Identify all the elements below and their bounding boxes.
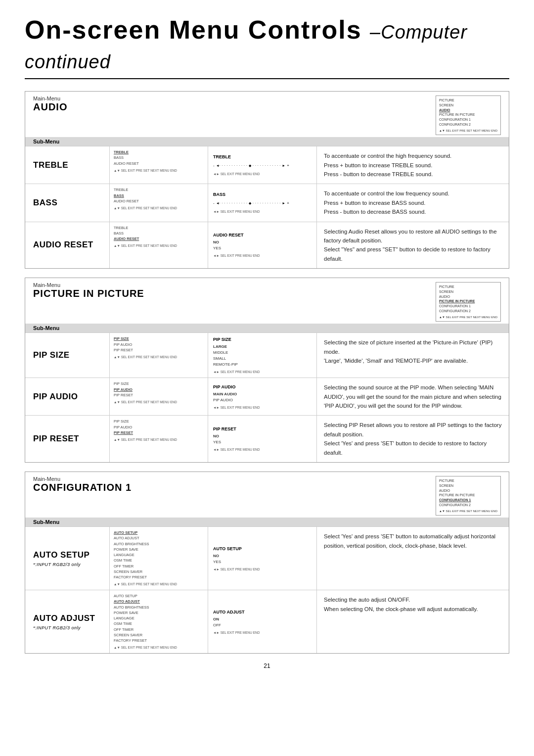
main-menu-label: Main-Menu [33,95,67,101]
main-menu-title: CONFIGURATION 1 [33,482,132,493]
nav-panel-item: PICTURE IN PICTURE [439,493,497,498]
display-list-item: REMOTE-PIP [213,362,312,368]
desc-text: 'Large', 'Middle', 'Small' and 'REMOTE-P… [324,358,468,364]
display-list-item: NO [213,239,312,245]
display-nav-hint: ◄► SEL EXIT PRE MENU END [213,210,312,213]
submenu-nav-hint: ▲▼ SEL EXIT PRE SET NEXT MENU END [114,206,204,211]
submenu-nav-hint: ▲▼ SEL EXIT PRE SET NEXT MENU END [114,168,204,173]
submenu-item: OFF TIMER [114,564,204,569]
desc-text: Press + button to increase BASS sound. [324,200,426,206]
submenu-bar: Sub-Menu [25,324,509,332]
col-display: PIP RESETNOYES◄► SEL EXIT PRE MENU END [208,416,317,462]
submenu-item: PIP RESET [114,347,204,353]
submenu-item: BASS [114,193,204,198]
display-nav-hint: ◄► SEL EXIT PRE MENU END [213,631,312,634]
display-list-item: YES [213,439,312,445]
section-audio: Main-Menu AUDIOPICTURESCREENAUDIOPICTURE… [25,91,509,269]
nav-panel-item: CONFIGURATION 1 [439,304,497,309]
nav-panel-item: PICTURE [439,284,497,289]
display-title: AUTO SETUP [213,546,312,551]
submenu-item: OFF TIMER [114,627,204,632]
submenu-bar: Sub-Menu [25,137,509,146]
slider-plus: + [287,201,289,205]
slider: - ◄············◆············► + [213,201,312,205]
page-title: On-screen Menu Controls –Computer contin… [25,15,509,79]
nav-panel-item: AUDIO [439,294,497,299]
row-label: TREBLE [25,146,109,184]
desc-text: Selecting the sound source at the PIP mo… [324,384,501,409]
display-list-item: MAIN AUDIO [213,391,312,397]
display-list-item: SMALL [213,356,312,362]
nav-hint: ▲▼ SEL EXIT PRE SET NEXT MENU END [439,129,497,133]
submenu-item: AUTO BRIGHTNESS [114,541,204,547]
slider-minus: - [213,201,215,205]
nav-panel-item: CONFIGURATION 2 [439,122,497,127]
section-pip: Main-Menu PICTURE IN PICTUREPICTURESCREE… [25,278,509,463]
submenu-item: PIP SIZE [114,381,204,386]
col-desc: Select 'Yes' and press 'SET' button to a… [317,527,509,590]
submenu-item: SCREEN SAVER [114,569,204,574]
display-list-item: ON [213,616,312,622]
submenu-item: PIP AUDIO [114,342,204,347]
col-desc: To accentuate or control the high freque… [317,146,509,184]
submenu-item: BASS [114,155,204,160]
submenu-item: FACTORY PRESET [114,574,204,580]
display-list-item: NO [213,553,312,559]
submenu-item: OSM TIME [114,621,204,626]
row-label: AUTO SETUP*:INPUT RGB2/3 only [25,527,109,590]
desc-text: Press - button to decrease BASS sound. [324,209,426,215]
desc-text: Press + button to increase TREBLE sound. [324,162,432,168]
nav-panel-item: AUDIO [439,108,497,113]
submenu-nav-hint: ▲▼ SEL EXIT PRE SET NEXT MENU END [114,437,204,442]
slider-track: ◄············◆············► [216,164,286,168]
col-display: AUTO SETUPNOYES◄► SEL EXIT PRE MENU END [208,527,317,590]
slider-track: ◄············◆············► [216,201,286,205]
menu-nav-panel: PICTURESCREENAUDIOPICTURE IN PICTURECONF… [436,95,501,135]
menu-nav-panel: PICTURESCREENAUDIOPICTURE IN PICTURECONF… [436,476,501,516]
col-submenu: TREBLEBASSAUDIO RESET▲▼ SEL EXIT PRE SET… [109,184,208,221]
display-list-item: PIP AUDIO [213,397,312,403]
submenu-item: PIP RESET [114,392,204,398]
col-desc: Selecting Audio Reset allows you to rest… [317,222,509,269]
nav-panel-item: SCREEN [439,483,497,488]
submenu-nav-hint: ▲▼ SEL EXIT PRE SET NEXT MENU END [114,582,204,587]
row-pip-reset: PIP RESETPIP SIZEPIP AUDIOPIP RESET▲▼ SE… [25,415,509,462]
submenu-item: SCREEN SAVER [114,632,204,638]
row-treble: TREBLETREBLEBASSAUDIO RESET▲▼ SEL EXIT P… [25,146,509,184]
nav-panel-item: CONFIGURATION 2 [439,503,497,508]
display-title: AUDIO RESET [213,233,312,237]
col-display: PIP SIZELARGEMIDDLESMALLREMOTE-PIP◄► SEL… [208,333,317,378]
section-config1: Main-Menu CONFIGURATION 1PICTURESCREENAU… [25,472,509,654]
submenu-nav-hint: ▲▼ SEL EXIT PRE SET NEXT MENU END [114,645,204,650]
submenu-item: TREBLE [114,187,204,192]
display-list-item: NO [213,433,312,439]
submenu-item: AUTO SETUP [114,530,204,535]
submenu-item: TREBLE [114,149,204,155]
submenu-item: PIP SIZE [114,419,204,424]
col-desc: Selecting the auto adjust ON/OFF.When se… [317,590,509,653]
col-submenu: AUTO SETUPAUTO ADJUSTAUTO BRIGHTNESSPOWE… [109,590,208,653]
nav-panel-item: AUDIO [439,488,497,493]
row-label: AUTO ADJUST*:INPUT RGB2/3 only [25,590,109,653]
col-submenu: PIP SIZEPIP AUDIOPIP RESET▲▼ SEL EXIT PR… [109,416,208,462]
menu-nav-panel: PICTURESCREENAUDIOPICTURE IN PICTURECONF… [436,282,501,322]
row-label: PIP AUDIO [25,378,109,415]
submenu-bar: Sub-Menu [25,518,509,526]
desc-text: Selecting the auto adjust ON/OFF. [324,597,410,603]
display-title: BASS [213,192,312,197]
submenu-item: TREBLE [114,225,204,231]
desc-text: To accentuate or control the low frequen… [324,190,449,196]
desc-text: Selecting the size of picture inserted a… [324,339,492,354]
submenu-nav-hint: ▲▼ SEL EXIT PRE SET NEXT MENU END [114,243,204,248]
desc-text: When selecting ON, the clock-phase will … [324,606,478,612]
row-bass: BASSTREBLEBASSAUDIO RESET▲▼ SEL EXIT PRE… [25,184,509,221]
display-list-item: YES [213,245,312,251]
submenu-item: AUTO BRIGHTNESS [114,605,204,610]
nav-panel-item: SCREEN [439,289,497,294]
display-nav-hint: ◄► SEL EXIT PRE MENU END [213,370,312,374]
col-display: AUDIO RESETNOYES◄► SEL EXIT PRE MENU END [208,222,317,269]
col-submenu: PIP SIZEPIP AUDIOPIP RESET▲▼ SEL EXIT PR… [109,378,208,415]
submenu-item: FACTORY PRESET [114,638,204,643]
submenu-item: LANGUAGE [114,552,204,558]
main-menu-title: AUDIO [33,101,67,113]
